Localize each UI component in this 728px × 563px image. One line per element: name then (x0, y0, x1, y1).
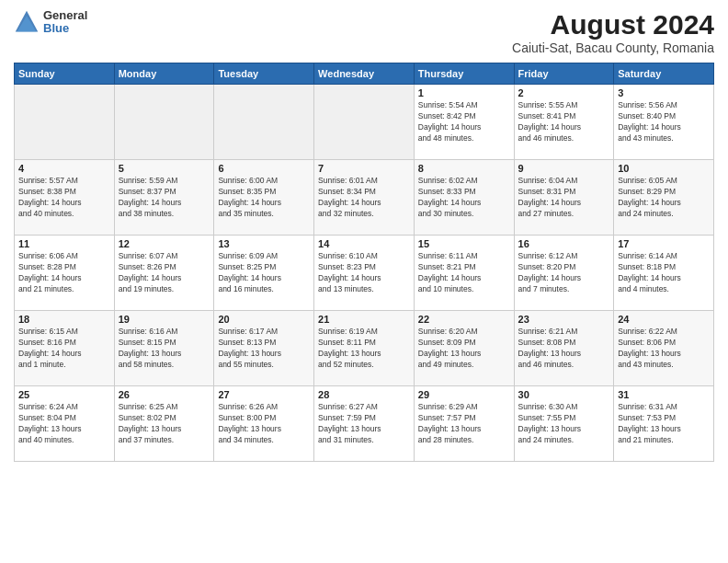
calendar-cell: 3Sunrise: 5:56 AM Sunset: 8:40 PM Daylig… (614, 85, 714, 160)
day-info: Sunrise: 6:20 AM Sunset: 8:09 PM Dayligh… (418, 327, 510, 371)
day-number: 9 (518, 163, 610, 174)
calendar-cell: 7Sunrise: 6:01 AM Sunset: 8:34 PM Daylig… (314, 160, 415, 236)
calendar-cell (314, 85, 415, 160)
day-info: Sunrise: 6:16 AM Sunset: 8:15 PM Dayligh… (119, 327, 210, 371)
calendar-cell: 29Sunrise: 6:29 AM Sunset: 7:57 PM Dayli… (414, 386, 514, 462)
day-number: 21 (318, 314, 410, 325)
day-info: Sunrise: 6:00 AM Sunset: 8:35 PM Dayligh… (218, 176, 310, 220)
calendar-cell: 14Sunrise: 6:10 AM Sunset: 8:23 PM Dayli… (314, 236, 415, 311)
day-info: Sunrise: 6:25 AM Sunset: 8:02 PM Dayligh… (119, 402, 210, 446)
calendar-cell: 18Sunrise: 6:15 AM Sunset: 8:16 PM Dayli… (15, 311, 115, 386)
day-info: Sunrise: 5:54 AM Sunset: 8:42 PM Dayligh… (418, 100, 510, 144)
week-row-3: 18Sunrise: 6:15 AM Sunset: 8:16 PM Dayli… (15, 311, 714, 386)
calendar-table: Sunday Monday Tuesday Wednesday Thursday… (14, 63, 714, 462)
day-number: 10 (618, 163, 710, 174)
calendar-subtitle: Caiuti-Sat, Bacau County, Romania (512, 40, 714, 55)
calendar-title: August 2024 (512, 9, 714, 40)
day-info: Sunrise: 6:24 AM Sunset: 8:04 PM Dayligh… (18, 402, 110, 446)
logo: General Blue (14, 9, 87, 36)
day-info: Sunrise: 5:56 AM Sunset: 8:40 PM Dayligh… (618, 100, 710, 144)
day-number: 18 (18, 314, 110, 325)
day-info: Sunrise: 6:21 AM Sunset: 8:08 PM Dayligh… (518, 327, 610, 371)
calendar-cell: 24Sunrise: 6:22 AM Sunset: 8:06 PM Dayli… (614, 311, 714, 386)
calendar-cell: 12Sunrise: 6:07 AM Sunset: 8:26 PM Dayli… (114, 236, 214, 311)
day-number: 3 (618, 87, 710, 98)
day-info: Sunrise: 6:10 AM Sunset: 8:23 PM Dayligh… (318, 251, 410, 295)
day-number: 11 (18, 238, 110, 249)
day-number: 19 (119, 314, 210, 325)
calendar-cell: 19Sunrise: 6:16 AM Sunset: 8:15 PM Dayli… (114, 311, 214, 386)
day-info: Sunrise: 6:02 AM Sunset: 8:33 PM Dayligh… (418, 176, 510, 220)
calendar-cell: 21Sunrise: 6:19 AM Sunset: 8:11 PM Dayli… (314, 311, 415, 386)
day-number: 29 (418, 389, 510, 400)
day-info: Sunrise: 6:31 AM Sunset: 7:53 PM Dayligh… (618, 402, 710, 446)
logo-text: General Blue (43, 9, 87, 36)
day-info: Sunrise: 6:17 AM Sunset: 8:13 PM Dayligh… (218, 327, 310, 371)
day-info: Sunrise: 6:05 AM Sunset: 8:29 PM Dayligh… (618, 176, 710, 220)
header-friday: Friday (514, 63, 614, 85)
logo-general-label: General (43, 9, 87, 22)
day-number: 20 (218, 314, 310, 325)
calendar-cell: 16Sunrise: 6:12 AM Sunset: 8:20 PM Dayli… (514, 236, 614, 311)
header-thursday: Thursday (414, 63, 514, 85)
day-number: 23 (518, 314, 610, 325)
day-number: 8 (418, 163, 510, 174)
day-info: Sunrise: 6:22 AM Sunset: 8:06 PM Dayligh… (618, 327, 710, 371)
week-row-0: 1Sunrise: 5:54 AM Sunset: 8:42 PM Daylig… (15, 85, 714, 160)
calendar-cell: 28Sunrise: 6:27 AM Sunset: 7:59 PM Dayli… (314, 386, 415, 462)
day-number: 6 (218, 163, 310, 174)
day-info: Sunrise: 5:59 AM Sunset: 8:37 PM Dayligh… (119, 176, 210, 220)
day-number: 24 (618, 314, 710, 325)
calendar-body: 1Sunrise: 5:54 AM Sunset: 8:42 PM Daylig… (15, 85, 714, 462)
header-monday: Monday (114, 63, 214, 85)
header: General Blue August 2024 Caiuti-Sat, Bac… (14, 9, 714, 55)
calendar-cell (15, 85, 115, 160)
day-number: 30 (518, 389, 610, 400)
day-number: 5 (119, 163, 210, 174)
day-info: Sunrise: 6:01 AM Sunset: 8:34 PM Dayligh… (318, 176, 410, 220)
header-wednesday: Wednesday (314, 63, 415, 85)
week-row-4: 25Sunrise: 6:24 AM Sunset: 8:04 PM Dayli… (15, 386, 714, 462)
calendar-cell: 1Sunrise: 5:54 AM Sunset: 8:42 PM Daylig… (414, 85, 514, 160)
day-info: Sunrise: 6:15 AM Sunset: 8:16 PM Dayligh… (18, 327, 110, 371)
day-info: Sunrise: 5:55 AM Sunset: 8:41 PM Dayligh… (518, 100, 610, 144)
day-info: Sunrise: 6:09 AM Sunset: 8:25 PM Dayligh… (218, 251, 310, 295)
calendar-cell: 15Sunrise: 6:11 AM Sunset: 8:21 PM Dayli… (414, 236, 514, 311)
title-area: August 2024 Caiuti-Sat, Bacau County, Ro… (512, 9, 714, 55)
header-row: Sunday Monday Tuesday Wednesday Thursday… (15, 63, 714, 85)
day-number: 26 (119, 389, 210, 400)
day-info: Sunrise: 5:57 AM Sunset: 8:38 PM Dayligh… (18, 176, 110, 220)
calendar-cell: 23Sunrise: 6:21 AM Sunset: 8:08 PM Dayli… (514, 311, 614, 386)
day-info: Sunrise: 6:27 AM Sunset: 7:59 PM Dayligh… (318, 402, 410, 446)
calendar-cell: 30Sunrise: 6:30 AM Sunset: 7:55 PM Dayli… (514, 386, 614, 462)
header-saturday: Saturday (614, 63, 714, 85)
day-info: Sunrise: 6:06 AM Sunset: 8:28 PM Dayligh… (18, 251, 110, 295)
calendar-cell: 25Sunrise: 6:24 AM Sunset: 8:04 PM Dayli… (15, 386, 115, 462)
day-info: Sunrise: 6:19 AM Sunset: 8:11 PM Dayligh… (318, 327, 410, 371)
day-info: Sunrise: 6:04 AM Sunset: 8:31 PM Dayligh… (518, 176, 610, 220)
header-sunday: Sunday (15, 63, 115, 85)
calendar-cell: 10Sunrise: 6:05 AM Sunset: 8:29 PM Dayli… (614, 160, 714, 236)
calendar-cell (214, 85, 314, 160)
calendar-cell: 2Sunrise: 5:55 AM Sunset: 8:41 PM Daylig… (514, 85, 614, 160)
page: General Blue August 2024 Caiuti-Sat, Bac… (0, 0, 728, 563)
calendar-cell: 8Sunrise: 6:02 AM Sunset: 8:33 PM Daylig… (414, 160, 514, 236)
week-row-1: 4Sunrise: 5:57 AM Sunset: 8:38 PM Daylig… (15, 160, 714, 236)
day-number: 14 (318, 238, 410, 249)
calendar-cell: 31Sunrise: 6:31 AM Sunset: 7:53 PM Dayli… (614, 386, 714, 462)
calendar-cell: 27Sunrise: 6:26 AM Sunset: 8:00 PM Dayli… (214, 386, 314, 462)
day-number: 2 (518, 87, 610, 98)
day-info: Sunrise: 6:26 AM Sunset: 8:00 PM Dayligh… (218, 402, 310, 446)
logo-icon (14, 9, 40, 35)
calendar-cell: 26Sunrise: 6:25 AM Sunset: 8:02 PM Dayli… (114, 386, 214, 462)
calendar-header: Sunday Monday Tuesday Wednesday Thursday… (15, 63, 714, 85)
calendar-cell: 9Sunrise: 6:04 AM Sunset: 8:31 PM Daylig… (514, 160, 614, 236)
calendar-cell: 22Sunrise: 6:20 AM Sunset: 8:09 PM Dayli… (414, 311, 514, 386)
day-info: Sunrise: 6:30 AM Sunset: 7:55 PM Dayligh… (518, 402, 610, 446)
day-number: 1 (418, 87, 510, 98)
week-row-2: 11Sunrise: 6:06 AM Sunset: 8:28 PM Dayli… (15, 236, 714, 311)
day-info: Sunrise: 6:14 AM Sunset: 8:18 PM Dayligh… (618, 251, 710, 295)
calendar-cell: 11Sunrise: 6:06 AM Sunset: 8:28 PM Dayli… (15, 236, 115, 311)
day-info: Sunrise: 6:12 AM Sunset: 8:20 PM Dayligh… (518, 251, 610, 295)
day-number: 4 (18, 163, 110, 174)
